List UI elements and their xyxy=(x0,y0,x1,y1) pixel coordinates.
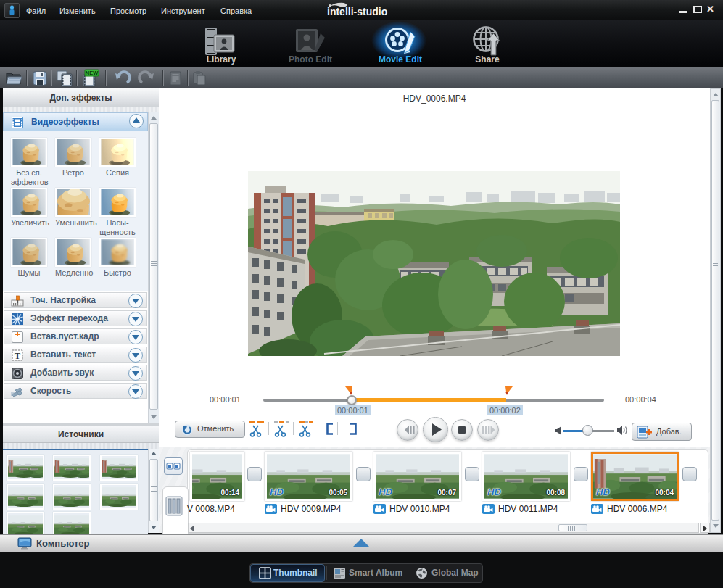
svg-text:NEW: NEW xyxy=(86,70,99,76)
svg-text:T: T xyxy=(15,351,20,361)
